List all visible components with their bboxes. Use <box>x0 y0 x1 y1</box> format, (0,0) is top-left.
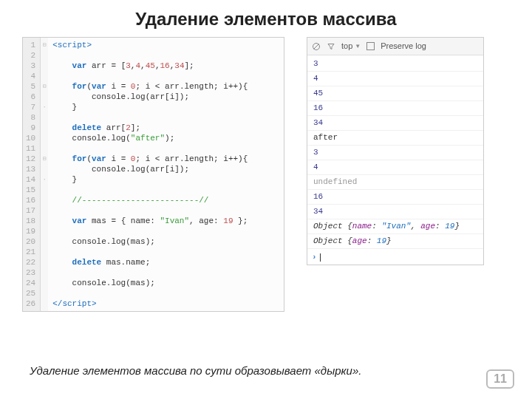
code-line <box>52 185 279 195</box>
code-line: console.log(mas); <box>52 236 279 247</box>
chevron-down-icon: ▼ <box>355 40 361 52</box>
console-line: 4 <box>307 160 483 175</box>
code-line: var mas = { name: "Ivan", age: 19 }; <box>52 216 279 226</box>
line-number: 2 <box>26 50 35 61</box>
page-number: 11 <box>486 369 514 389</box>
code-line: <script> <box>52 40 279 50</box>
line-number: 5 <box>26 81 35 92</box>
line-number: 12 <box>26 154 35 164</box>
devtools-console: top ▼ Preserve log 34451634after34undefi… <box>307 37 484 265</box>
fold-marker <box>41 133 48 143</box>
chevron-right-icon: › <box>312 251 317 264</box>
fold-marker <box>41 236 48 247</box>
code-line <box>52 143 279 154</box>
console-line: 34 <box>307 116 483 131</box>
code-editor: 1234567891011121314151617181920212223242… <box>22 37 284 312</box>
line-number: 14 <box>26 174 35 185</box>
code-line: delete mas.name; <box>52 257 279 267</box>
fold-marker <box>41 226 48 236</box>
code-line <box>52 50 279 61</box>
code-line: } <box>52 174 279 185</box>
fold-marker <box>41 61 48 71</box>
line-number: 3 <box>26 61 35 71</box>
console-toolbar: top ▼ Preserve log <box>307 38 483 55</box>
line-number: 23 <box>26 267 35 278</box>
fold-marker <box>41 195 48 205</box>
fold-marker <box>41 299 48 309</box>
code-line: console.log("after"); <box>52 133 279 143</box>
fold-marker <box>41 267 48 278</box>
code-body: <script> var arr = [3,4,45,16,34]; for(v… <box>48 38 284 311</box>
code-line: for(var i = 0; i < arr.length; i++){ <box>52 154 279 164</box>
code-line <box>52 205 279 216</box>
code-line <box>52 226 279 236</box>
content-row: 1234567891011121314151617181920212223242… <box>0 37 532 312</box>
code-line: </script> <box>52 299 279 309</box>
code-line: delete arr[2]; <box>52 123 279 133</box>
fold-marker <box>41 288 48 299</box>
code-line <box>52 112 279 123</box>
console-line: after <box>307 131 483 146</box>
line-number: 6 <box>26 92 35 102</box>
console-prompt[interactable]: › <box>307 250 483 265</box>
preserve-log-label: Preserve log <box>381 40 426 52</box>
code-line: var arr = [3,4,45,16,34]; <box>52 61 279 71</box>
fold-marker <box>41 123 48 133</box>
line-number: 26 <box>26 299 35 309</box>
fold-marker: ⊟ <box>41 81 48 92</box>
fold-marker <box>41 247 48 257</box>
code-line <box>52 71 279 81</box>
line-number: 20 <box>26 236 35 247</box>
fold-marker: ⊟ <box>41 154 48 164</box>
line-number: 25 <box>26 288 35 299</box>
line-number: 19 <box>26 226 35 236</box>
console-line: 16 <box>307 190 483 205</box>
line-number: 24 <box>26 278 35 288</box>
line-number: 8 <box>26 112 35 123</box>
code-line <box>52 267 279 278</box>
fold-marker: · <box>41 102 48 112</box>
line-number: 18 <box>26 216 35 226</box>
code-line: } <box>52 102 279 112</box>
clear-console-icon[interactable] <box>312 42 321 51</box>
line-number-gutter: 1234567891011121314151617181920212223242… <box>23 38 41 311</box>
fold-marker <box>41 50 48 61</box>
code-line: //------------------------// <box>52 195 279 205</box>
code-line: console.log(mas); <box>52 278 279 288</box>
line-number: 21 <box>26 247 35 257</box>
filter-icon[interactable] <box>327 42 335 51</box>
slide-title: Удаление элементов массива <box>0 0 532 37</box>
fold-marker: · <box>41 174 48 185</box>
line-number: 17 <box>26 205 35 216</box>
line-number: 10 <box>26 133 35 143</box>
fold-column: ⊟⊟·⊟· <box>41 38 48 311</box>
console-line: 45 <box>307 86 483 101</box>
fold-marker <box>41 205 48 216</box>
console-line: undefined <box>307 175 483 190</box>
console-line: 34 <box>307 205 483 219</box>
fold-marker <box>41 164 48 174</box>
frame-selector[interactable]: top ▼ <box>341 40 361 52</box>
code-line: console.log(arr[i]); <box>52 92 279 102</box>
line-number: 11 <box>26 143 35 154</box>
fold-marker <box>41 92 48 102</box>
console-line: Object {name: "Ivan", age: 19} <box>307 219 483 234</box>
frame-selector-value: top <box>341 40 352 52</box>
fold-marker <box>41 278 48 288</box>
fold-marker <box>41 185 48 195</box>
code-line: for(var i = 0; i < arr.length; i++){ <box>52 81 279 92</box>
line-number: 16 <box>26 195 35 205</box>
line-number: 15 <box>26 185 35 195</box>
console-line: 3 <box>307 57 483 72</box>
slide-caption: Удаление элементов массива по сути образ… <box>30 364 361 377</box>
svg-line-1 <box>314 44 319 49</box>
console-line: 3 <box>307 146 483 160</box>
line-number: 7 <box>26 102 35 112</box>
preserve-log-checkbox[interactable] <box>366 42 375 50</box>
fold-marker <box>41 112 48 123</box>
line-number: 13 <box>26 164 35 174</box>
code-line <box>52 247 279 257</box>
line-number: 22 <box>26 257 35 267</box>
fold-marker <box>41 71 48 81</box>
console-output: 34451634after34undefined1634Object {name… <box>307 55 483 250</box>
